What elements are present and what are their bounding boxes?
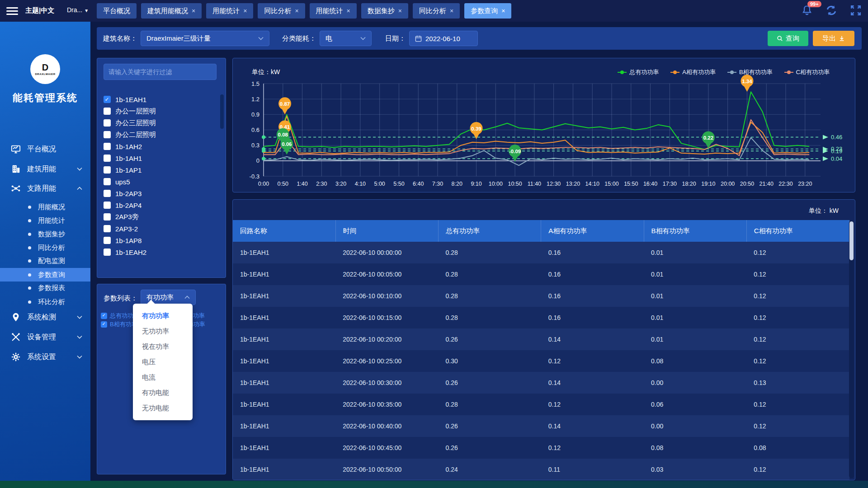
- sidebar-item-parameter-query[interactable]: 参数查询: [0, 268, 90, 282]
- nav-tab[interactable]: 建筑用能概况 ×: [141, 3, 202, 19]
- fullscreen-icon[interactable]: [850, 5, 863, 17]
- close-icon[interactable]: ×: [295, 8, 298, 14]
- table-row[interactable]: 1b-1EAH1 2022-06-10 00:25:00 0.30 0.12 0…: [233, 350, 849, 372]
- circuit-list-item[interactable]: ups5: [104, 176, 217, 188]
- checkbox[interactable]: [104, 108, 111, 115]
- circuit-list-item[interactable]: 2AP3旁: [104, 211, 217, 223]
- building-select[interactable]: DraexImaier三级计量: [141, 31, 269, 46]
- dropdown-option[interactable]: 有功功率: [133, 308, 193, 324]
- scrollbar-thumb[interactable]: [849, 221, 854, 260]
- close-icon[interactable]: ×: [243, 8, 247, 14]
- refresh-icon[interactable]: [826, 5, 838, 17]
- checkbox[interactable]: [104, 249, 111, 256]
- checkbox[interactable]: [104, 202, 111, 209]
- checkbox[interactable]: [104, 119, 111, 127]
- sidebar-item-parameter-report[interactable]: 参数报表: [0, 281, 90, 295]
- close-icon[interactable]: ×: [347, 8, 350, 14]
- table-row[interactable]: 1b-1EAH1 2022-06-10 00:45:00 0.26 0.12 0…: [233, 437, 849, 459]
- sidebar-item-energy-overview[interactable]: 用能概况: [0, 200, 90, 214]
- query-button[interactable]: 查询: [768, 31, 808, 46]
- table-row[interactable]: 1b-1EAH1 2022-06-10 00:05:00 0.28 0.16 0…: [233, 263, 849, 285]
- table-row[interactable]: 1b-1EAH1 2022-06-10 00:35:00 0.28 0.12 0…: [233, 394, 849, 415]
- nav-tab[interactable]: 参数查询 ×: [464, 3, 511, 19]
- sidebar-item-platform-overview[interactable]: 平台概况: [0, 139, 90, 159]
- hamburger-menu-icon[interactable]: [6, 5, 18, 15]
- checkbox[interactable]: [104, 96, 111, 103]
- table-row[interactable]: 1b-1EAH1 2022-06-10 00:30:00 0.26 0.14 0…: [233, 372, 849, 394]
- circuit-list-item[interactable]: 1b-1EAH1: [104, 94, 217, 105]
- table-row[interactable]: 1b-1EAH1 2022-06-10 00:20:00 0.26 0.14 0…: [233, 328, 849, 350]
- close-icon[interactable]: ×: [501, 8, 505, 14]
- circuit-list-item[interactable]: 办公二层照明: [104, 129, 217, 141]
- sidebar-item-yoy-analysis[interactable]: 同比分析: [0, 241, 90, 254]
- sidebar-item-mom-analysis[interactable]: 环比分析: [0, 295, 90, 309]
- checkbox[interactable]: [104, 155, 111, 162]
- notification-bell-icon[interactable]: 99+: [801, 5, 814, 17]
- dropdown-option[interactable]: 电流: [133, 370, 193, 385]
- checkbox[interactable]: [104, 213, 111, 221]
- circuit-list-item[interactable]: 2AP3-2: [104, 223, 217, 235]
- checkbox[interactable]: [104, 143, 111, 150]
- dropdown-option[interactable]: 无功功率: [133, 324, 193, 339]
- table-row[interactable]: 1b-1EAH1 2022-06-10 00:10:00 0.28 0.16 0…: [233, 285, 849, 307]
- svg-text:6:40: 6:40: [413, 181, 424, 187]
- sidebar-item-branch-energy[interactable]: 支路用能: [0, 178, 90, 198]
- dropdown-option[interactable]: 视在功率: [133, 339, 193, 354]
- nav-tab[interactable]: 同比分析 ×: [413, 3, 460, 19]
- table-row[interactable]: 1b-1EAH1 2022-06-10 00:40:00 0.26 0.14 0…: [233, 415, 849, 437]
- circuit-list-item[interactable]: 1b-2AP3: [104, 188, 217, 199]
- checkbox[interactable]: [104, 131, 111, 138]
- device-list-scrollbar[interactable]: [220, 94, 224, 257]
- nav-tab[interactable]: 同比分析 ×: [258, 3, 305, 19]
- nav-tab[interactable]: 数据集抄 ×: [361, 3, 408, 19]
- circuit-list-item[interactable]: 1b-1AP1: [104, 164, 217, 176]
- table-row[interactable]: 1b-1EAH1 2022-06-10 00:50:00 0.24 0.11 0…: [233, 459, 849, 480]
- close-icon[interactable]: ×: [398, 8, 402, 14]
- sidebar-item-energy-statistics[interactable]: 用能统计: [0, 214, 90, 227]
- bullet-icon: [28, 259, 31, 263]
- col-circuit-name: 回路名称: [233, 220, 335, 242]
- sidebar-item-device-management[interactable]: 设备管理: [0, 327, 90, 347]
- circuit-list-item[interactable]: 办公一层照明: [104, 105, 217, 117]
- circuit-list-item[interactable]: 1b-1EAH2: [104, 246, 217, 258]
- sidebar-item-distribution-monitoring[interactable]: 配电监测: [0, 254, 90, 267]
- checkbox[interactable]: [101, 321, 107, 328]
- close-icon[interactable]: ×: [192, 8, 195, 14]
- checkbox[interactable]: [104, 237, 111, 244]
- circuit-list-item[interactable]: 1b-1AH2: [104, 141, 217, 152]
- checkbox[interactable]: [104, 225, 111, 232]
- dropdown-option[interactable]: 电压: [133, 354, 193, 370]
- svg-text:9:10: 9:10: [471, 181, 481, 187]
- col-phase-c-power: C相有功功率: [746, 220, 849, 242]
- table-scrollbar[interactable]: [849, 221, 854, 478]
- date-picker[interactable]: 2022-06-10: [409, 31, 478, 46]
- chevron-up-icon: [184, 296, 190, 299]
- sidebar-item-data-collection[interactable]: 数据集抄: [0, 227, 90, 241]
- theme-language-label[interactable]: 主题|中文: [25, 6, 54, 15]
- sidebar-item-system-settings[interactable]: 系统设置: [0, 347, 90, 367]
- sidebar-item-system-detection[interactable]: 系统检测: [0, 307, 90, 327]
- checkbox[interactable]: [104, 178, 111, 185]
- user-menu[interactable]: Dra...▼: [67, 6, 89, 14]
- keyword-filter-input[interactable]: [104, 64, 217, 80]
- circuit-list-item[interactable]: 办公三层照明: [104, 117, 217, 129]
- circuit-list-item[interactable]: 1b-1AH1: [104, 152, 217, 164]
- table-row[interactable]: 1b-1EAH1 2022-06-10 00:15:00 0.28 0.16 0…: [233, 307, 849, 328]
- checkbox[interactable]: [101, 313, 107, 319]
- nav-tab[interactable]: 用能统计 ×: [310, 3, 357, 19]
- checkbox[interactable]: [104, 190, 111, 197]
- dropdown-option[interactable]: 有功电能: [133, 385, 193, 400]
- circuit-list-item[interactable]: 1b-2AP4: [104, 199, 217, 211]
- scrollbar-thumb[interactable]: [220, 94, 224, 129]
- close-icon[interactable]: ×: [450, 8, 453, 14]
- svg-text:18:20: 18:20: [682, 181, 696, 187]
- nav-tab[interactable]: 用能统计 ×: [206, 3, 253, 19]
- nav-tab[interactable]: 平台概况: [97, 3, 137, 19]
- dropdown-option[interactable]: 无功电能: [133, 400, 193, 416]
- checkbox[interactable]: [104, 166, 111, 174]
- circuit-list-item[interactable]: 1b-1AP8: [104, 235, 217, 246]
- export-button[interactable]: 导出: [813, 31, 854, 46]
- energy-type-select[interactable]: 电: [320, 31, 372, 46]
- table-row[interactable]: 1b-1EAH1 2022-06-10 00:00:00 0.28 0.16 0…: [233, 242, 849, 263]
- sidebar-item-building-energy[interactable]: 建筑用能: [0, 159, 90, 179]
